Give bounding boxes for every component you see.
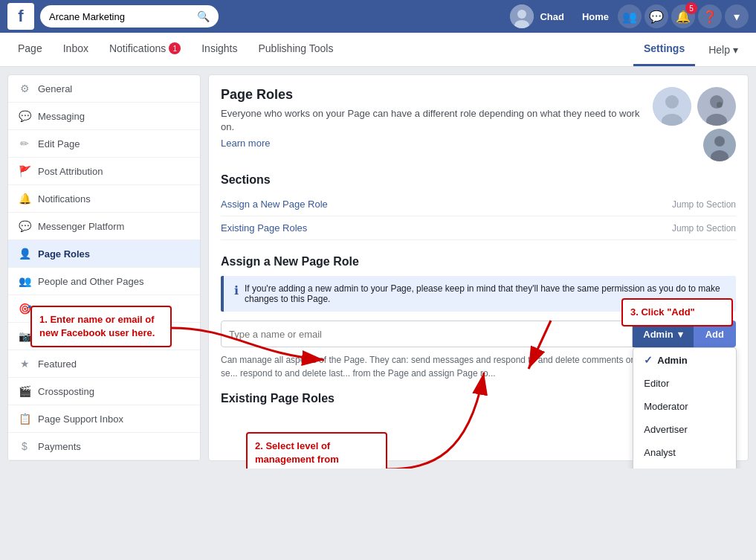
sidebar: ⚙ General 💬 Messaging ✏ Edit Page 🚩 Post… [7, 74, 201, 461]
person-icon: 👤 [19, 248, 30, 260]
sidebar-item-page-roles[interactable]: 👤 Page Roles [8, 240, 200, 268]
star-icon: ★ [19, 358, 30, 370]
search-icon: 🔍 [197, 10, 210, 22]
nav-tab-notifications[interactable]: Notifications 1 [99, 33, 191, 66]
annotation-box-2: 2. Select level of management from dropd… [246, 432, 387, 469]
home-button[interactable]: Home [576, 11, 615, 22]
annotation-box-1: 1. Enter name or email of new Facebook u… [30, 306, 172, 347]
help-icon-button[interactable]: ❓ [698, 4, 722, 28]
sidebar-item-post-attribution[interactable]: 🚩 Post Attribution [8, 158, 200, 185]
chevron-down-icon: ▾ [733, 44, 738, 56]
selected-role-label: Admin [643, 329, 673, 340]
page-roles-title: Page Roles [221, 87, 653, 103]
existing-link-row: Existing Page Roles Jump to Section [221, 216, 736, 240]
learn-more-link[interactable]: Learn more [221, 138, 270, 149]
assign-new-page-role-link[interactable]: Assign a New Page Role [221, 199, 328, 210]
video-icon: 🎬 [19, 385, 30, 397]
check-icon: ✓ [644, 354, 653, 366]
existing-page-roles-link[interactable]: Existing Page Roles [221, 222, 307, 234]
page-nav-right: Settings Help ▾ [633, 33, 749, 66]
role-option-editor[interactable]: Editor [633, 372, 736, 395]
messenger-icon: 💬 [19, 220, 30, 232]
annotation-box-3: 3. Click "Add" [621, 298, 733, 326]
main-layout: ⚙ General 💬 Messaging ✏ Edit Page 🚩 Post… [0, 67, 756, 469]
sidebar-item-general[interactable]: ⚙ General [8, 75, 200, 103]
avatar-2 [697, 87, 736, 126]
sidebar-item-people-pages[interactable]: 👥 People and Other Pages [8, 268, 200, 295]
search-bar[interactable]: 🔍 [40, 5, 219, 28]
friends-icon-button[interactable]: 👥 [618, 4, 642, 28]
notifications-badge: 1 [169, 42, 181, 54]
svg-point-4 [665, 95, 679, 109]
nav-tab-inbox[interactable]: Inbox [53, 33, 99, 66]
facebook-logo[interactable]: f [7, 3, 34, 30]
role-option-live-contributor[interactable]: Live Contributor [633, 464, 736, 469]
content-area: Page Roles Everyone who works on your Pa… [208, 74, 749, 461]
svg-point-1 [517, 10, 526, 19]
nav-tab-insights[interactable]: Insights [191, 33, 248, 66]
page-roles-info: Page Roles Everyone who works on your Pa… [221, 87, 653, 149]
messenger-icon-button[interactable]: 💬 [644, 4, 668, 28]
more-icon-button[interactable]: ▾ [725, 4, 749, 28]
notification-badge: 5 [685, 2, 697, 14]
assign-link-row: Assign a New Page Role Jump to Section [221, 193, 736, 216]
help-tab[interactable]: Help ▾ [698, 33, 749, 66]
sidebar-item-payments[interactable]: $ Payments [8, 433, 200, 460]
role-option-moderator[interactable]: Moderator [633, 395, 736, 418]
nav-tab-page[interactable]: Page [7, 33, 53, 66]
svg-point-9 [717, 102, 723, 108]
existing-jump-link[interactable]: Jump to Section [672, 223, 736, 234]
role-option-analyst[interactable]: Analyst [633, 441, 736, 464]
page-roles-description: Everyone who works on your Page can have… [221, 107, 653, 134]
notifications-icon-button[interactable]: 🔔 5 [671, 4, 695, 28]
edit-icon: ✏ [19, 138, 30, 149]
svg-point-11 [714, 136, 725, 147]
sidebar-item-page-support[interactable]: 📋 Page Support Inbox [8, 405, 200, 433]
avatar-group-bottom [703, 129, 736, 161]
avatar-1 [653, 87, 691, 126]
role-option-admin[interactable]: ✓ Admin [633, 348, 736, 372]
assign-title: Assign a New Page Role [221, 255, 736, 268]
top-navigation: f 🔍 Chad Home 👥 💬 🔔 5 ❓ ▾ [0, 0, 756, 33]
page-roles-header: Page Roles Everyone who works on your Pa… [221, 87, 736, 161]
role-dropdown-list: ✓ Admin Editor Moderator Advertiser [633, 347, 737, 469]
nav-tab-publishing-tools[interactable]: Publishing Tools [248, 33, 343, 66]
assign-jump-link[interactable]: Jump to Section [672, 199, 736, 210]
page-navigation: Page Inbox Notifications 1 Insights Publ… [0, 33, 756, 67]
gear-icon: ⚙ [19, 83, 30, 94]
audience-icon: 🎯 [19, 303, 30, 315]
info-icon: ℹ [234, 283, 239, 297]
top-nav-right: Chad Home 👥 💬 🔔 5 ❓ ▾ [510, 4, 749, 28]
clipboard-icon: 📋 [19, 413, 30, 425]
avatar[interactable] [510, 4, 534, 28]
sidebar-item-crossposting[interactable]: 🎬 Crossposting [8, 378, 200, 405]
flag-icon: 🚩 [19, 165, 30, 177]
page-roles-avatars [653, 87, 736, 161]
nav-username: Chad [540, 11, 564, 22]
sidebar-item-messenger-platform[interactable]: 💬 Messenger Platform [8, 213, 200, 240]
sidebar-item-edit-page[interactable]: ✏ Edit Page [8, 130, 200, 158]
avatar-group-top [653, 87, 736, 126]
chat-icon: 💬 [19, 110, 30, 122]
sidebar-item-notifications[interactable]: 🔔 Notifications [8, 185, 200, 213]
name-email-input[interactable] [221, 321, 633, 347]
people-icon: 👥 [19, 275, 30, 287]
sidebar-item-messaging[interactable]: 💬 Messaging [8, 103, 200, 130]
dollar-icon: $ [19, 440, 30, 452]
sidebar-item-featured[interactable]: ★ Featured [8, 350, 200, 378]
dropdown-chevron-icon: ▾ [678, 329, 683, 340]
role-option-advertiser[interactable]: Advertiser [633, 418, 736, 441]
avatar-3 [703, 129, 736, 161]
bell-icon: 🔔 [19, 193, 30, 205]
sections-label: Sections [221, 173, 736, 187]
settings-tab[interactable]: Settings [633, 33, 695, 66]
instagram-icon: 📷 [19, 330, 30, 342]
search-input[interactable] [49, 11, 197, 22]
